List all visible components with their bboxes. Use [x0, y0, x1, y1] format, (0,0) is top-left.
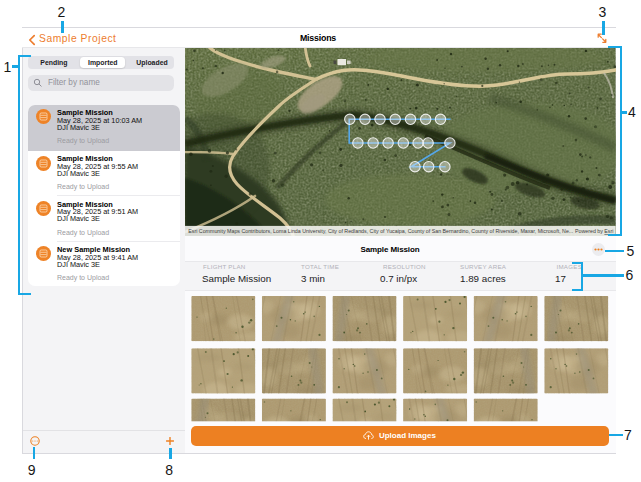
svg-text:Esri Community Maps Contributo: Esri Community Maps Contributors, Loma L…	[188, 228, 573, 234]
